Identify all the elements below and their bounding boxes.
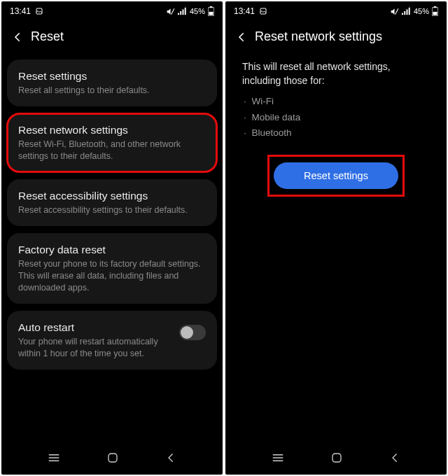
home-button[interactable] [106,451,119,464]
phone-screen-left: 13:41 45% Reset Reset settings Rese [1,1,223,475]
item-title: Factory data reset [18,243,206,257]
description-text: This will reset all network settings, in… [228,57,444,92]
item-title: Reset network settings [18,123,206,137]
battery-text: 45% [190,7,205,15]
reset-bullet-list: Wi-Fi Mobile data Bluetooth [228,92,444,156]
bullet-item: Wi-Fi [252,94,430,110]
svg-rect-12 [108,454,117,462]
bullet-item: Mobile data [252,110,430,126]
battery-icon [432,6,438,16]
screenshot-icon [259,7,267,15]
svg-line-1 [172,8,174,15]
bullet-item: Bluetooth [252,125,430,141]
mute-icon [166,7,175,16]
auto-restart-toggle[interactable] [179,325,206,340]
svg-rect-5 [185,8,186,15]
back-button[interactable] [388,451,401,464]
back-icon[interactable] [235,31,248,43]
svg-rect-18 [409,8,410,15]
page-title: Reset network settings [255,29,382,44]
signal-icon [402,7,411,15]
svg-rect-16 [404,11,405,15]
signal-icon [178,7,187,15]
svg-rect-2 [178,13,179,15]
item-title: Reset accessibility settings [18,189,206,203]
back-button[interactable] [164,451,177,464]
battery-icon [208,6,214,16]
svg-rect-17 [406,9,407,15]
item-title: Reset settings [18,69,206,83]
back-icon[interactable] [11,31,24,43]
highlight-box: Reset settings [270,157,402,195]
item-reset-settings[interactable]: Reset settings Reset all settings to the… [7,59,217,106]
page-header: Reset [1,21,223,57]
mute-icon [390,7,399,16]
svg-rect-25 [332,454,341,462]
clock: 13:41 [10,6,31,16]
status-bar: 13:41 45% [225,1,447,21]
page-header: Reset network settings [225,21,447,57]
item-reset-network-settings[interactable]: Reset network settings Reset Wi-Fi, Blue… [7,113,217,172]
svg-rect-8 [209,12,213,15]
item-sub: Reset all settings to their defaults. [18,85,206,97]
clock: 13:41 [234,6,255,16]
item-sub: Your phone will restart automatically wi… [18,336,171,360]
item-auto-restart[interactable]: Auto restart Your phone will restart aut… [7,311,217,370]
page-title: Reset [31,29,64,44]
recents-button[interactable] [271,452,285,463]
status-bar: 13:41 45% [1,1,223,21]
phone-screen-right: 13:41 45% Reset network settings This wi… [225,1,447,475]
item-sub: Reset your phone to its factory default … [18,258,206,294]
item-reset-accessibility-settings[interactable]: Reset accessibility settings Reset acces… [7,179,217,226]
reset-network-content: This will reset all network settings, in… [225,57,447,445]
android-nav-bar [1,445,223,475]
svg-rect-15 [402,13,403,15]
svg-rect-4 [182,9,183,15]
item-sub: Reset Wi-Fi, Bluetooth, and other networ… [18,139,206,162]
item-title: Auto restart [18,321,171,335]
svg-rect-21 [433,12,437,15]
svg-line-14 [396,8,398,15]
svg-rect-3 [180,11,181,15]
reset-settings-button[interactable]: Reset settings [274,162,398,189]
android-nav-bar [225,445,447,475]
item-sub: Reset accessibility settings to their de… [18,204,206,216]
recents-button[interactable] [47,452,61,463]
settings-list: Reset settings Reset all settings to the… [1,57,223,445]
screenshot-icon [35,7,43,15]
home-button[interactable] [330,451,343,464]
item-factory-data-reset[interactable]: Factory data reset Reset your phone to i… [7,233,217,304]
battery-text: 45% [414,7,429,15]
